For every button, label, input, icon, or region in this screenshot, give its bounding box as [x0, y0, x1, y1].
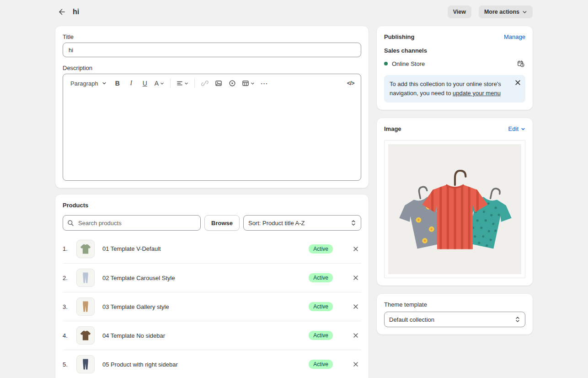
close-icon: [353, 333, 358, 338]
theme-template-select[interactable]: Default collection: [384, 312, 525, 327]
paragraph-style-dropdown[interactable]: Paragraph: [67, 77, 110, 90]
back-arrow-icon: [57, 7, 66, 16]
status-badge: Active: [309, 273, 333, 282]
edit-link-label: Edit: [508, 125, 519, 132]
chevron-down-icon: [102, 81, 107, 86]
remove-product-button[interactable]: [351, 302, 360, 311]
title-label: Title: [63, 33, 361, 40]
image-card: Image Edit: [377, 118, 533, 286]
product-name: 01 Template V-Default: [102, 245, 309, 252]
products-heading: Products: [63, 202, 361, 209]
table-dropdown[interactable]: [240, 77, 257, 90]
calendar-clock-icon: [517, 60, 524, 67]
schedule-publish-button[interactable]: [516, 59, 525, 68]
topbar-actions: View More actions: [448, 5, 533, 18]
update-your-menu-link[interactable]: update your menu: [453, 90, 501, 97]
underline-icon: U: [143, 80, 147, 87]
ellipsis-icon: ⋯: [261, 79, 268, 88]
title-card: Title Description Paragraph B: [55, 26, 369, 188]
shirts-illustration: [393, 153, 517, 265]
product-thumbnail: [76, 240, 95, 258]
products-controls: Browse Sort: Product title A-Z: [63, 215, 361, 231]
back-button[interactable]: [55, 5, 68, 18]
navigation-info-banner: To add this collection to your online st…: [384, 75, 525, 103]
code-icon: </>: [347, 80, 354, 86]
edit-image-dropdown[interactable]: Edit: [508, 125, 525, 132]
image-card-header: Image Edit: [384, 125, 525, 132]
collection-image[interactable]: [384, 140, 525, 278]
publishing-header: Publishing Manage: [384, 33, 525, 40]
products-card: Products Browse Sort: Product title A-Z: [55, 194, 369, 378]
product-list: 1. 01 Template V-Default Active: [63, 234, 361, 378]
view-button-label: View: [453, 9, 466, 15]
topbar: hi View More actions: [55, 0, 533, 20]
product-row: 1. 01 Template V-Default Active: [63, 234, 361, 263]
underline-button[interactable]: U: [139, 77, 151, 90]
italic-button[interactable]: I: [125, 77, 138, 90]
browse-button[interactable]: Browse: [204, 215, 240, 231]
close-icon: [353, 275, 358, 281]
product-row: 5. 05 Product with right sidebar Active: [63, 350, 361, 378]
row-index: 5.: [63, 361, 76, 368]
chevron-down-icon: [521, 127, 525, 131]
chevron-down-icon: [251, 81, 255, 86]
description-editor: Paragraph B I U A: [63, 74, 361, 181]
theme-template-card: Theme template Default collection: [377, 294, 533, 335]
show-html-button[interactable]: </>: [344, 77, 357, 90]
content-layout: Title Description Paragraph B: [55, 26, 533, 378]
image-heading: Image: [384, 125, 401, 132]
description-block: Description Paragraph B I U: [63, 65, 361, 181]
remove-product-button[interactable]: [351, 360, 360, 369]
toolbar-divider: [194, 79, 195, 88]
insert-video-button[interactable]: [226, 77, 239, 90]
insert-image-button[interactable]: [212, 77, 225, 90]
alignment-dropdown[interactable]: [174, 77, 191, 90]
image-icon: [215, 80, 222, 87]
text-color-dropdown[interactable]: A: [152, 77, 166, 90]
search-products-input[interactable]: [77, 219, 196, 227]
product-row: 2. 02 Template Carousel Style Active: [63, 263, 361, 292]
select-chevrons-icon: [351, 220, 356, 226]
view-button[interactable]: View: [448, 5, 471, 18]
more-actions-button[interactable]: More actions: [479, 5, 533, 18]
product-search-box: [63, 215, 201, 231]
link-icon: [201, 80, 208, 87]
product-row: 3. 03 Template Gallery style Active: [63, 292, 361, 321]
close-icon: [353, 246, 358, 252]
bold-button[interactable]: B: [111, 77, 124, 90]
product-name: 04 Template No sidebar: [102, 332, 309, 339]
main-column: Title Description Paragraph B: [55, 26, 369, 378]
description-label: Description: [63, 65, 361, 71]
video-icon: [229, 80, 236, 87]
status-badge: Active: [309, 331, 333, 340]
title-input[interactable]: [63, 43, 361, 57]
product-name: 05 Product with right sidebar: [102, 361, 309, 368]
chevron-down-icon: [184, 81, 188, 86]
paragraph-style-label: Paragraph: [70, 80, 98, 87]
description-editor-content[interactable]: [63, 92, 361, 180]
link-button[interactable]: [198, 77, 211, 90]
dismiss-banner-button[interactable]: [514, 79, 522, 86]
status-badge: Active: [309, 302, 333, 311]
side-column: Publishing Manage Sales channels Online …: [377, 26, 533, 335]
remove-product-button[interactable]: [351, 244, 360, 254]
online-store-channel-row: Online Store: [384, 59, 525, 68]
status-badge: Active: [309, 244, 333, 254]
channel-name: Online Store: [392, 60, 425, 67]
remove-product-button[interactable]: [351, 331, 360, 340]
sort-select[interactable]: Sort: Product title A-Z: [243, 215, 361, 231]
manage-link[interactable]: Manage: [504, 33, 525, 40]
product-name: 02 Template Carousel Style: [102, 275, 309, 281]
close-icon: [353, 304, 358, 309]
product-name: 03 Template Gallery style: [102, 303, 309, 310]
status-badge: Active: [309, 360, 333, 369]
product-thumbnail: [76, 355, 95, 373]
collection-image-background: [388, 144, 521, 274]
search-icon: [67, 220, 74, 227]
table-icon: [242, 80, 249, 87]
close-icon: [515, 80, 521, 86]
remove-product-button[interactable]: [351, 273, 360, 282]
sort-select-value: Sort: Product title A-Z: [248, 220, 305, 227]
more-formatting-button[interactable]: ⋯: [258, 77, 271, 90]
bold-icon: B: [115, 80, 120, 87]
